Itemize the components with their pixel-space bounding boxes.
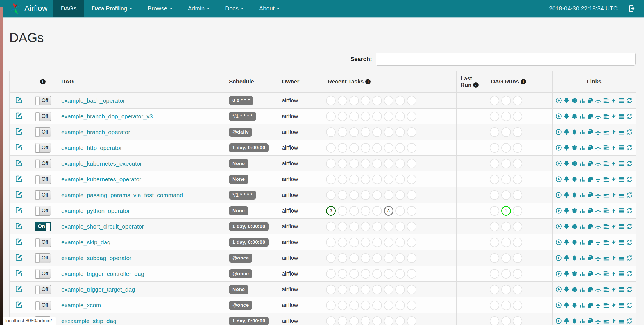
dag-pause-toggle[interactable]: Off <box>35 112 51 121</box>
tree-view-icon[interactable] <box>563 255 570 261</box>
dag-details-icon[interactable] <box>618 192 625 198</box>
task-tries-icon[interactable] <box>587 129 593 135</box>
task-state-circle[interactable] <box>395 96 405 105</box>
task-tries-icon[interactable] <box>587 113 593 119</box>
code-view-icon[interactable] <box>611 270 617 277</box>
schedule-badge[interactable]: @once <box>229 269 252 278</box>
edit-dag-icon[interactable] <box>15 269 23 277</box>
refresh-icon[interactable] <box>626 145 633 151</box>
task-state-circle[interactable] <box>349 301 359 310</box>
task-state-circle[interactable] <box>372 175 382 184</box>
task-state-circle[interactable] <box>326 190 336 200</box>
gantt-view-icon[interactable] <box>603 129 609 135</box>
dag-run-circle[interactable] <box>501 159 511 168</box>
trigger-dag-icon[interactable] <box>555 160 562 167</box>
tree-view-icon[interactable] <box>563 223 570 230</box>
task-state-circle[interactable] <box>338 127 347 137</box>
refresh-icon[interactable] <box>626 97 633 104</box>
dag-run-circle[interactable] <box>490 127 499 137</box>
task-tries-icon[interactable] <box>587 302 593 308</box>
task-state-circle[interactable] <box>326 301 336 310</box>
graph-view-icon[interactable] <box>571 207 578 214</box>
task-duration-icon[interactable] <box>579 113 586 119</box>
gantt-view-icon[interactable] <box>603 192 609 198</box>
dag-run-circle[interactable] <box>501 316 511 325</box>
dag-link[interactable]: example_subdag_operator <box>61 255 131 261</box>
nav-item-browse[interactable]: Browse <box>140 0 180 17</box>
edit-dag-icon[interactable] <box>15 143 23 151</box>
task-state-circle[interactable] <box>372 316 382 325</box>
landing-times-icon[interactable] <box>595 176 601 182</box>
task-state-circle[interactable] <box>361 222 370 231</box>
dag-run-circle[interactable] <box>513 253 522 263</box>
code-view-icon[interactable] <box>611 129 617 135</box>
graph-view-icon[interactable] <box>571 160 578 167</box>
task-state-circle[interactable] <box>326 112 336 121</box>
code-view-icon[interactable] <box>611 97 617 104</box>
dag-pause-toggle[interactable]: Off <box>35 285 51 294</box>
code-view-icon[interactable] <box>611 255 617 261</box>
task-state-circle[interactable] <box>407 253 416 263</box>
dag-details-icon[interactable] <box>618 302 625 308</box>
edit-dag-icon[interactable] <box>15 128 23 135</box>
dag-link[interactable]: example_kubernetes_operator <box>61 176 141 182</box>
task-tries-icon[interactable] <box>587 176 593 182</box>
task-state-circle[interactable] <box>349 253 359 263</box>
task-state-circle[interactable] <box>384 285 393 294</box>
task-state-circle[interactable] <box>372 301 382 310</box>
task-tries-icon[interactable] <box>587 192 593 198</box>
task-state-circle[interactable] <box>372 112 382 121</box>
dag-run-circle[interactable] <box>513 222 522 231</box>
refresh-icon[interactable] <box>626 113 633 119</box>
task-state-circle[interactable] <box>338 222 347 231</box>
task-state-circle[interactable] <box>395 190 405 200</box>
dag-pause-toggle[interactable]: Off <box>35 301 51 310</box>
task-tries-icon[interactable] <box>587 223 593 230</box>
gantt-view-icon[interactable] <box>603 255 609 261</box>
dag-run-circle[interactable] <box>513 190 522 200</box>
dag-run-circle[interactable] <box>513 96 522 105</box>
task-state-circle[interactable] <box>361 316 370 325</box>
dag-link[interactable]: example_skip_dag <box>61 239 110 245</box>
task-state-circle[interactable] <box>395 269 405 279</box>
schedule-badge[interactable]: @daily <box>229 128 252 137</box>
dag-run-circle[interactable] <box>490 301 499 310</box>
task-state-circle[interactable] <box>349 222 359 231</box>
task-state-circle[interactable] <box>407 190 416 200</box>
task-state-circle[interactable] <box>395 253 405 263</box>
dag-run-circle[interactable] <box>501 127 511 137</box>
dag-run-circle[interactable] <box>501 269 511 279</box>
code-view-icon[interactable] <box>611 160 617 167</box>
refresh-icon[interactable] <box>626 176 633 182</box>
edit-dag-icon[interactable] <box>15 159 23 167</box>
graph-view-icon[interactable] <box>571 145 578 151</box>
graph-view-icon[interactable] <box>571 176 578 182</box>
dag-run-circle[interactable] <box>501 143 511 153</box>
task-state-circle[interactable] <box>372 253 382 263</box>
code-view-icon[interactable] <box>611 176 617 182</box>
task-tries-icon[interactable] <box>587 160 593 167</box>
task-state-circle[interactable] <box>395 222 405 231</box>
task-state-circle[interactable]: 3 <box>326 206 336 216</box>
task-state-circle[interactable] <box>372 143 382 153</box>
task-state-circle[interactable] <box>326 143 336 153</box>
task-state-circle[interactable] <box>384 127 393 137</box>
task-state-circle[interactable] <box>372 269 382 279</box>
landing-times-icon[interactable] <box>595 286 601 293</box>
trigger-dag-icon[interactable] <box>555 192 562 198</box>
trigger-dag-icon[interactable] <box>555 318 562 324</box>
dag-run-circle[interactable] <box>490 285 499 294</box>
edit-dag-icon[interactable] <box>15 191 23 198</box>
refresh-icon[interactable] <box>626 129 633 135</box>
landing-times-icon[interactable] <box>595 192 601 198</box>
task-state-circle[interactable] <box>326 96 336 105</box>
trigger-dag-icon[interactable] <box>555 113 562 119</box>
task-state-circle[interactable] <box>338 238 347 247</box>
task-state-circle[interactable] <box>372 159 382 168</box>
gantt-view-icon[interactable] <box>603 97 609 104</box>
tree-view-icon[interactable] <box>563 129 570 135</box>
nav-item-docs[interactable]: Docs <box>217 0 251 17</box>
task-state-circle[interactable] <box>326 222 336 231</box>
dag-details-icon[interactable] <box>618 145 625 151</box>
task-state-circle[interactable] <box>326 316 336 325</box>
